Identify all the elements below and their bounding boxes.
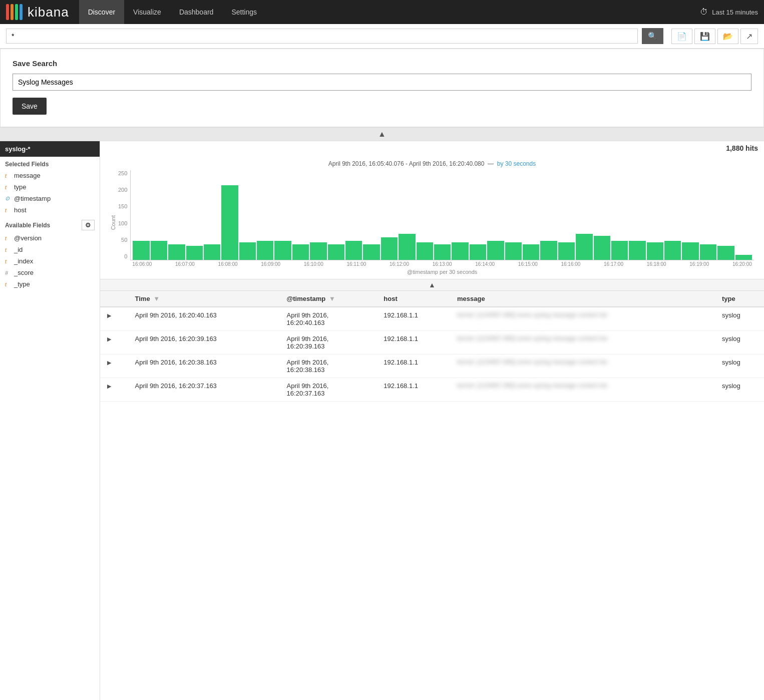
nav-visualize[interactable]: Visualize [124, 0, 170, 24]
chart-bar[interactable] [611, 241, 628, 260]
sidebar-collapse-button[interactable]: ‹ [100, 431, 100, 451]
row-timestamp: April 9th 2016,16:20:37.163 [282, 378, 379, 402]
main-content: syslog-* ‹ Selected Fields t message t t… [0, 141, 764, 700]
field-name: _score [14, 269, 34, 276]
field-type-icon: t [5, 247, 11, 253]
save-search-input[interactable] [13, 74, 751, 91]
nav-settings[interactable]: Settings [222, 0, 266, 24]
row-timestamp: April 9th 2016,16:20:39.163 [282, 331, 379, 355]
chart-bar[interactable] [310, 242, 326, 260]
search-input[interactable] [6, 29, 638, 44]
chart-bar[interactable] [257, 241, 273, 260]
chart-bar[interactable] [487, 241, 504, 260]
logo-bar-orange [11, 4, 14, 20]
search-button[interactable]: 🔍 [642, 28, 663, 44]
chart-bar[interactable] [133, 241, 149, 260]
save-doc-button[interactable]: 📄 [671, 29, 692, 44]
row-expand-button[interactable]: ▶ [105, 360, 113, 366]
save-search-button[interactable]: Save [13, 98, 47, 115]
x-axis-label: 16:11:00 [346, 261, 366, 267]
sidebar-field-message[interactable]: t message [0, 170, 100, 181]
chart-bar[interactable] [735, 255, 752, 260]
chart-x-label: @timestamp per 30 seconds [130, 269, 754, 275]
chart-collapse-bar[interactable]: ▲ [100, 279, 764, 291]
x-axis-label: 16:08:00 [218, 261, 238, 267]
chart-bar[interactable] [682, 242, 698, 260]
chart-bar[interactable] [558, 242, 575, 260]
y-axis-label-wrapper: Count [110, 170, 118, 275]
bars-row [130, 170, 754, 260]
chart-bar[interactable] [594, 236, 610, 260]
collapse-bar-top[interactable]: ▲ [0, 127, 764, 141]
chart-title: April 9th 2016, 16:05:40.076 - April 9th… [110, 160, 754, 167]
chart-bar[interactable] [221, 185, 238, 260]
sidebar-field-score[interactable]: # _score [0, 267, 100, 278]
x-axis-label: 16:09:00 [261, 261, 280, 267]
chart-bar[interactable] [186, 246, 203, 260]
y-0: 0 [118, 253, 127, 259]
chart-bar[interactable] [381, 237, 398, 260]
chart-bar[interactable] [328, 244, 344, 260]
sidebar-field-version[interactable]: t @version [0, 232, 100, 244]
chart-bar[interactable] [151, 241, 167, 260]
chart-bar[interactable] [576, 234, 592, 260]
chart-bar[interactable] [292, 244, 309, 260]
field-name: host [14, 206, 27, 214]
nav-links: Discover Visualize Dashboard Settings [79, 0, 266, 24]
sidebar-field-index[interactable]: t _index [0, 255, 100, 267]
field-type-icon: t [5, 281, 11, 287]
sidebar-field-timestamp[interactable]: ⊙ @timestamp [0, 193, 100, 204]
chart-bar[interactable] [168, 244, 185, 260]
chart-bar[interactable] [345, 241, 362, 260]
chart-bar[interactable] [239, 242, 256, 260]
chart-bar[interactable] [274, 241, 291, 260]
load-button[interactable]: 📂 [717, 29, 738, 44]
row-type: syslog [717, 331, 764, 355]
nav-dashboard[interactable]: Dashboard [170, 0, 223, 24]
chart-bar[interactable] [417, 242, 433, 260]
logo-bars [6, 4, 23, 20]
chart-bar[interactable] [629, 241, 645, 260]
sidebar-field-host[interactable]: t host [0, 204, 100, 216]
chart-bar[interactable] [434, 244, 451, 260]
row-message: kernel: [1234567.890] some syslog messag… [452, 307, 717, 331]
chart-bar[interactable] [505, 242, 522, 260]
row-timestamp: April 9th 2016,16:20:40.163 [282, 307, 379, 331]
th-message-label: message [457, 295, 485, 302]
share-button[interactable]: ↗ [740, 29, 758, 44]
chart-bar[interactable] [452, 242, 468, 260]
field-type-icon: t [5, 207, 11, 213]
table-header: Time ▼ @timestamp ▼ host message type [100, 291, 764, 307]
th-type: type [717, 291, 764, 307]
field-type-icon: t [5, 184, 11, 190]
row-time: April 9th 2016, 16:20:38.163 [130, 355, 282, 378]
row-expand-button[interactable]: ▶ [105, 383, 113, 390]
row-expand-button[interactable]: ▶ [105, 336, 113, 342]
sort-icon-timestamp: ▼ [329, 295, 335, 302]
nav-discover[interactable]: Discover [79, 0, 124, 24]
row-type: syslog [717, 378, 764, 402]
chart-bar[interactable] [204, 244, 220, 260]
gear-button[interactable]: ⚙ [82, 220, 95, 230]
sidebar-field-type[interactable]: t type [0, 181, 100, 193]
chart-bar[interactable] [700, 244, 716, 260]
chart-bar[interactable] [664, 241, 681, 260]
chart-bar[interactable] [523, 244, 539, 260]
chart-y-axis: 250 200 150 100 50 0 [118, 170, 127, 260]
chart-bar[interactable] [647, 242, 663, 260]
th-time[interactable]: Time ▼ [130, 291, 282, 307]
chart-bar[interactable] [717, 246, 734, 260]
chart-bar[interactable] [363, 244, 379, 260]
row-expand-button[interactable]: ▶ [105, 312, 113, 319]
th-timestamp[interactable]: @timestamp ▼ [282, 291, 379, 307]
field-type-icon: t [5, 258, 11, 264]
chart-bar[interactable] [540, 241, 557, 260]
sidebar-field-id[interactable]: t _id [0, 244, 100, 255]
save-button[interactable]: 💾 [694, 29, 715, 44]
time-range-label[interactable]: Last 15 minutes [712, 9, 758, 16]
chart-bar[interactable] [399, 234, 415, 260]
chart-by-link[interactable]: by 30 seconds [497, 160, 536, 167]
sidebar-field-doctype[interactable]: t _type [0, 278, 100, 290]
chart-bar[interactable] [470, 244, 486, 260]
field-name: @version [14, 234, 42, 242]
